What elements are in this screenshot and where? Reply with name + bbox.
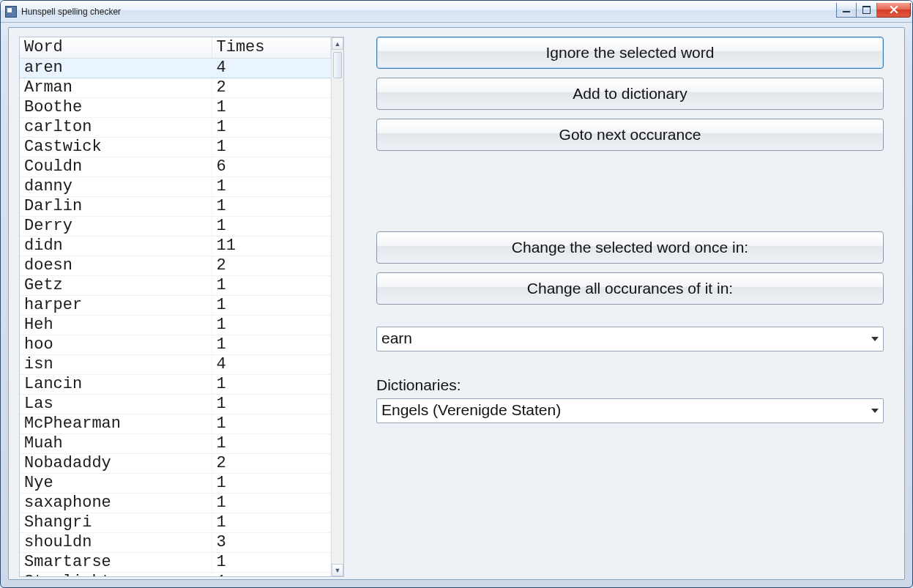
cell-word: isn xyxy=(20,355,212,375)
scroll-up-arrow[interactable]: ▲ xyxy=(332,37,343,50)
cell-word: doesn xyxy=(20,256,212,276)
cell-times: 1 xyxy=(212,474,331,494)
minimize-button[interactable] xyxy=(836,3,857,18)
cell-word: Castwick xyxy=(20,138,212,157)
cell-word: Getz xyxy=(20,276,212,296)
cell-word: Couldn xyxy=(20,157,212,177)
table-row[interactable]: didn11 xyxy=(20,237,331,256)
cell-times: 2 xyxy=(212,454,331,474)
table-row[interactable]: harper1 xyxy=(20,296,331,316)
cell-times: 1 xyxy=(212,98,331,118)
col-header-word[interactable]: Word xyxy=(20,37,212,59)
goto-next-button[interactable]: Goto next occurance xyxy=(376,119,884,151)
table-row[interactable]: danny1 xyxy=(20,177,331,197)
cell-times: 2 xyxy=(212,78,331,98)
table-row[interactable]: shouldn3 xyxy=(20,533,331,553)
cell-times: 1 xyxy=(212,276,331,296)
cell-times: 11 xyxy=(212,237,331,256)
table-row[interactable]: doesn2 xyxy=(20,256,331,276)
cell-times: 1 xyxy=(212,494,331,513)
cell-word: Heh xyxy=(20,316,212,335)
window-title: Hunspell spelling checker xyxy=(21,7,121,17)
word-list-panel: Word Times aren4Arman2Boothe1carlton1Cas… xyxy=(19,37,344,577)
cell-word: shouldn xyxy=(20,533,212,553)
close-button[interactable] xyxy=(877,3,911,18)
ignore-button[interactable]: Ignore the selected word xyxy=(376,37,884,69)
client-area: Word Times aren4Arman2Boothe1carlton1Cas… xyxy=(8,27,905,580)
close-icon xyxy=(890,5,898,14)
cell-times: 1 xyxy=(212,375,331,395)
dictionary-value: Engels (Verenigde Staten) xyxy=(381,401,561,418)
scroll-thumb[interactable] xyxy=(333,52,342,78)
dictionary-combo[interactable]: Engels (Verenigde Staten) xyxy=(376,398,884,423)
table-row[interactable]: Muah1 xyxy=(20,434,331,454)
cell-word: Derry xyxy=(20,217,212,237)
word-table[interactable]: Word Times aren4Arman2Boothe1carlton1Cas… xyxy=(20,37,331,576)
cell-word: aren xyxy=(20,59,212,78)
table-row[interactable]: Lancin1 xyxy=(20,375,331,395)
chevron-down-icon xyxy=(871,409,879,413)
table-row[interactable]: Arman2 xyxy=(20,78,331,98)
app-icon xyxy=(5,6,17,18)
table-row[interactable]: Las1 xyxy=(20,395,331,414)
table-row[interactable]: Boothe1 xyxy=(20,98,331,118)
cell-times: 1 xyxy=(212,573,331,577)
cell-times: 1 xyxy=(212,316,331,335)
cell-word: hoo xyxy=(20,335,212,355)
table-row[interactable]: Smartarse1 xyxy=(20,553,331,573)
dictionaries-label: Dictionaries: xyxy=(376,376,884,394)
table-row[interactable]: hoo1 xyxy=(20,335,331,355)
table-row[interactable]: Nobadaddy2 xyxy=(20,454,331,474)
cell-word: Boothe xyxy=(20,98,212,118)
cell-times: 1 xyxy=(212,414,331,434)
table-row[interactable]: Couldn6 xyxy=(20,157,331,177)
table-row[interactable]: Shangri1 xyxy=(20,513,331,533)
table-row[interactable]: Starlights1 xyxy=(20,573,331,577)
col-header-times[interactable]: Times xyxy=(212,37,331,59)
window-controls xyxy=(836,3,911,18)
cell-times: 1 xyxy=(212,434,331,454)
cell-times: 6 xyxy=(212,157,331,177)
cell-times: 1 xyxy=(212,553,331,573)
cell-word: carlton xyxy=(20,118,212,138)
cell-word: McPhearman xyxy=(20,414,212,434)
vertical-scrollbar[interactable]: ▲ ▼ xyxy=(331,37,343,576)
suggestion-value: earn xyxy=(381,330,412,346)
table-header-row[interactable]: Word Times xyxy=(20,37,331,59)
table-row[interactable]: McPhearman1 xyxy=(20,414,331,434)
cell-word: harper xyxy=(20,296,212,316)
change-once-button[interactable]: Change the selected word once in: xyxy=(376,231,884,264)
cell-word: Lancin xyxy=(20,375,212,395)
maximize-button[interactable] xyxy=(857,3,877,18)
cell-times: 4 xyxy=(212,355,331,375)
table-row[interactable]: carlton1 xyxy=(20,118,331,138)
cell-times: 1 xyxy=(212,395,331,414)
cell-word: didn xyxy=(20,237,212,256)
cell-word: Shangri xyxy=(20,513,212,533)
table-row[interactable]: Castwick1 xyxy=(20,138,331,157)
cell-times: 1 xyxy=(212,335,331,355)
cell-times: 1 xyxy=(212,296,331,316)
scroll-down-arrow[interactable]: ▼ xyxy=(332,564,343,576)
cell-word: danny xyxy=(20,177,212,197)
table-row[interactable]: Getz1 xyxy=(20,276,331,296)
change-all-button[interactable]: Change all occurances of it in: xyxy=(376,272,884,305)
table-row[interactable]: isn4 xyxy=(20,355,331,375)
table-row[interactable]: Heh1 xyxy=(20,316,331,335)
cell-word: Starlights xyxy=(20,573,212,577)
cell-times: 1 xyxy=(212,138,331,157)
cell-word: saxaphone xyxy=(20,494,212,513)
cell-word: Arman xyxy=(20,78,212,98)
table-row[interactable]: Nye1 xyxy=(20,474,331,494)
right-panel: Ignore the selected word Add to dictiona… xyxy=(376,37,884,423)
add-to-dictionary-button[interactable]: Add to dictionary xyxy=(376,78,884,110)
table-row[interactable]: Darlin1 xyxy=(20,197,331,217)
cell-word: Smartarse xyxy=(20,553,212,573)
titlebar[interactable]: Hunspell spelling checker xyxy=(1,1,912,23)
table-row[interactable]: Derry1 xyxy=(20,217,331,237)
cell-times: 3 xyxy=(212,533,331,553)
cell-times: 1 xyxy=(212,177,331,197)
table-row[interactable]: saxaphone1 xyxy=(20,494,331,513)
suggestion-combo[interactable]: earn xyxy=(376,327,884,351)
table-row[interactable]: aren4 xyxy=(20,59,331,78)
